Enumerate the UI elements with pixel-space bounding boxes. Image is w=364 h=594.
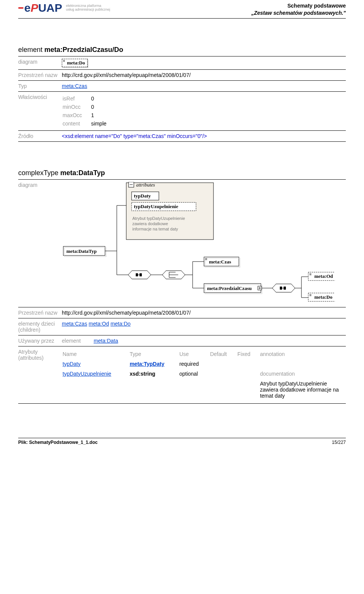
page-footer: Plik: SchematyPodstawowe_1_1.doc 15/227 [18, 438, 346, 445]
usedby-link[interactable]: meta:Data [94, 338, 118, 344]
child-link-od[interactable]: meta:Od [89, 321, 109, 327]
attr2-fixed [237, 369, 259, 378]
typ-label: Typ [18, 81, 62, 91]
svg-text:meta:DataTyp: meta:DataTyp [66, 248, 97, 254]
header-title-l1: Schematy podstawowe [251, 2, 346, 9]
svg-text:Atrybut typDatyUzupelnienie: Atrybut typDatyUzupelnienie [132, 216, 185, 221]
children-value: meta:Czas meta:Od meta:Do [62, 318, 346, 335]
attr-row-2: typDatyUzupelnienie xsd:string optional … [63, 369, 345, 378]
diag-box-label: meta:Do [67, 60, 85, 66]
svg-text:zawiera dodatkowe: zawiera dodatkowe [132, 221, 168, 226]
svg-text:typDatyUzupelnienie: typDatyUzupelnienie [134, 204, 178, 209]
section2-prefix: complexType [18, 169, 60, 177]
attr2-annotation: documentation [260, 369, 345, 378]
usedby-kind: element [62, 338, 92, 344]
ns-value: http://crd.gov.pl/xml/schematy/epuap/met… [62, 70, 346, 80]
child-link-do[interactable]: meta:Do [110, 321, 130, 327]
svg-text:informacje na temat daty: informacje na temat daty [132, 227, 178, 231]
props-label: Właściwości [18, 92, 62, 130]
svg-text:≡: ≡ [205, 257, 207, 261]
attr1-name[interactable]: typDaty [63, 361, 80, 367]
svg-text:meta:Do: meta:Do [314, 294, 333, 300]
section1-title: element meta:PrzedzialCzasu/Do [18, 46, 346, 54]
attr-row-1: typDaty meta:TypDaty required [63, 359, 345, 368]
svg-text:≡: ≡ [309, 293, 312, 297]
prop-minocc: 0 [91, 103, 115, 111]
svg-text:meta:Czas: meta:Czas [209, 259, 231, 265]
usedby-label: Używany przez [18, 335, 62, 346]
src-value: <xsd:element name="Do" type="meta:Czas" … [62, 131, 346, 141]
children-label: elementy dzieci (children) [18, 318, 62, 335]
svg-text:typDaty: typDaty [134, 193, 151, 199]
attr-doc-note: Atrybut typDatyUzupelnienie zawiera doda… [260, 379, 345, 400]
prop-isref: 0 [91, 95, 115, 102]
attr1-default [210, 359, 237, 368]
page-header: ePUAP elektroniczna platforma usług admi… [18, 0, 346, 19]
ns2-label: Przestrzeń nazw [18, 307, 62, 318]
section2-name: meta:DataTyp [60, 169, 105, 177]
attr-header-row: Name Type Use Default Fixed annotation [63, 350, 345, 359]
attr2-type: xsd:string [130, 371, 155, 377]
attr1-use: required [179, 359, 209, 368]
attr1-annotation [260, 359, 345, 368]
diag-box-meta-do: ≡ meta:Do [62, 59, 88, 67]
logo-subtitle-l2: usług administracji publicznej [66, 8, 110, 12]
th-fixed: Fixed [237, 350, 259, 359]
th-use: Use [179, 350, 209, 359]
header-title-l2: „Zestaw schematów podstawowych." [251, 9, 346, 17]
section1-prefix: element [18, 46, 44, 53]
src-label: Źródło [18, 131, 62, 141]
ns-label: Przestrzeń nazw [18, 70, 62, 80]
logo: ePUAP elektroniczna platforma usług admi… [18, 2, 110, 14]
attr1-fixed [237, 359, 259, 368]
typ-link[interactable]: meta:Czas [62, 83, 87, 89]
attrs-label: Atrybuty (attributes) [18, 346, 62, 403]
svg-text:meta:PrzedzialCzasu: meta:PrzedzialCzasu [207, 285, 252, 291]
th-type: Type [130, 350, 179, 359]
attr2-use: optional [179, 369, 209, 378]
diagram-label: diagram [18, 56, 62, 69]
footer-page: 15/227 [332, 440, 346, 445]
complex-diagram-svg: meta:DataTyp attributes typDaty typDatyU… [62, 182, 335, 303]
th-name: Name [63, 350, 129, 359]
section2-title: complexType meta:DataTyp [18, 169, 346, 177]
svg-text:attributes: attributes [136, 182, 155, 188]
section1-name: meta:PrzedzialCzasu/Do [44, 46, 123, 53]
attr1-type[interactable]: meta:TypDaty [130, 361, 165, 367]
diagram2-label: diagram [18, 180, 62, 307]
attr-doc-row: Atrybut typDatyUzupelnienie zawiera doda… [63, 379, 345, 400]
diagram-cell-1: ≡ meta:Do [62, 56, 346, 69]
th-annotation: annotation [260, 350, 345, 359]
svg-text:meta:Od: meta:Od [314, 273, 333, 279]
attr2-name[interactable]: typDatyUzupelnienie [63, 371, 111, 377]
props-table: isRef0 minOcc0 maxOcc1 contentsimple [62, 94, 116, 128]
svg-text:≡: ≡ [309, 272, 312, 276]
prop-maxocc: 1 [91, 111, 115, 119]
attr2-default [210, 369, 237, 378]
attributes-table: Name Type Use Default Fixed annotation t… [62, 349, 346, 401]
footer-file: Plik: SchematyPodstawowe_1_1.doc [18, 440, 97, 445]
ns2-value: http://crd.gov.pl/xml/schematy/epuap/met… [62, 307, 346, 318]
child-link-czas[interactable]: meta:Czas [62, 321, 87, 327]
diagram-cell-2: meta:DataTyp attributes typDaty typDatyU… [62, 180, 346, 307]
th-default: Default [210, 350, 237, 359]
prop-content: simple [91, 120, 115, 127]
